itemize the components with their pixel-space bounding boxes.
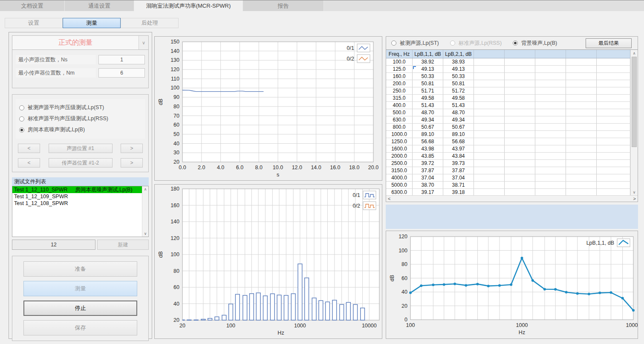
table-cell[interactable]	[566, 95, 597, 101]
table-cell[interactable]	[535, 87, 566, 94]
table-cell[interactable]	[474, 160, 505, 167]
subtab-1[interactable]: 设置	[5, 18, 63, 28]
table-cell[interactable]: 48.70	[443, 109, 474, 116]
subtab-3[interactable]: 后处理	[121, 18, 179, 28]
table-cell[interactable]	[474, 138, 505, 145]
table-cell[interactable]	[474, 66, 505, 72]
table-cell[interactable]: 37.04	[443, 174, 474, 181]
table-cell[interactable]	[566, 131, 597, 138]
table-cell[interactable]	[597, 138, 630, 145]
table-cell[interactable]: 51.72	[443, 87, 474, 94]
table-cell[interactable]	[505, 153, 535, 159]
list-scrollbar[interactable]: ∧∨	[142, 186, 148, 237]
table-cell[interactable]	[597, 87, 630, 94]
table-row[interactable]: 630.049.3449.34	[386, 116, 630, 124]
table-cell[interactable]	[474, 109, 505, 116]
table-cell[interactable]: 630.0	[386, 116, 413, 123]
table-cell[interactable]: 160.0	[386, 73, 413, 80]
table-cell[interactable]	[566, 174, 597, 181]
table-cell[interactable]: 1250.0	[386, 138, 413, 145]
table-cell[interactable]	[597, 102, 630, 109]
table-cell[interactable]: 50.81	[443, 80, 474, 87]
table-cell[interactable]	[535, 153, 566, 159]
table-cell[interactable]	[535, 189, 566, 195]
table-cell[interactable]	[505, 167, 535, 174]
microphone-position-next-button[interactable]: >	[121, 158, 143, 168]
table-row[interactable]: 160.050.3350.33	[386, 73, 630, 80]
table-cell[interactable]: 56.68	[413, 138, 443, 145]
prepare-button[interactable]: 准备	[23, 261, 137, 277]
table-cell[interactable]	[535, 116, 566, 123]
tab-2[interactable]: 通道设置	[65, 0, 134, 11]
table-cell[interactable]	[505, 80, 535, 87]
list-item[interactable]: Test 1_12_108_SPWR	[12, 200, 148, 207]
table-row[interactable]: 3150.037.8737.87	[386, 167, 630, 174]
table-cell[interactable]	[566, 87, 597, 94]
table-row[interactable]: 1000.089.1089.10	[386, 131, 630, 138]
field-value[interactable]: 6	[98, 68, 145, 78]
table-cell[interactable]: 51.71	[413, 87, 443, 94]
table-cell[interactable]: 49.13	[443, 66, 474, 72]
table-cell[interactable]	[474, 80, 505, 87]
table-cell[interactable]	[505, 87, 535, 94]
result-radio-3[interactable]: 背景噪声,Lp(B)	[513, 40, 557, 47]
table-cell[interactable]	[535, 109, 566, 116]
table-cell[interactable]: 1000.0	[386, 131, 413, 138]
table-cell[interactable]: 37.87	[413, 167, 443, 174]
table-cell[interactable]	[505, 131, 535, 138]
table-cell[interactable]	[597, 80, 630, 87]
table-cell[interactable]: 800.0	[386, 124, 413, 130]
table-cell[interactable]	[535, 145, 566, 152]
table-row[interactable]: 500.048.7048.70	[386, 109, 630, 116]
table-row[interactable]: 125.049.1349.13	[386, 66, 630, 73]
table-row[interactable]: 1600.043.9843.97	[386, 145, 630, 153]
table-cell[interactable]	[474, 145, 505, 152]
table-cell[interactable]	[535, 80, 566, 87]
measurement-mode-dropdown[interactable]: 正式的测量 ∨	[12, 35, 149, 50]
table-cell[interactable]	[535, 124, 566, 130]
list-item[interactable]: Test 1_12_110_SPWR房间本底噪声测试,Lp(B)	[12, 186, 148, 193]
table-cell[interactable]: 250.0	[386, 87, 413, 94]
table-cell[interactable]	[597, 58, 630, 65]
table-cell[interactable]: 43.84	[443, 153, 474, 159]
table-cell[interactable]	[535, 167, 566, 174]
table-cell[interactable]	[505, 102, 535, 109]
table-cell[interactable]	[566, 160, 597, 167]
table-cell[interactable]	[474, 153, 505, 159]
subtab-2[interactable]: 测量	[63, 18, 121, 28]
table-row[interactable]: 6300.039.1739.18	[386, 189, 630, 195]
table-cell[interactable]	[474, 73, 505, 80]
table-cell[interactable]: 500.0	[386, 109, 413, 116]
table-cell[interactable]: 4000.0	[386, 174, 413, 181]
table-cell[interactable]: 43.85	[413, 153, 443, 159]
table-cell[interactable]	[566, 182, 597, 188]
stop-button[interactable]: 停止	[23, 301, 137, 316]
table-cell[interactable]: 51.43	[413, 102, 443, 109]
table-cell[interactable]: 50.81	[413, 80, 443, 87]
table-cell[interactable]: 125.0	[386, 66, 413, 72]
save-button[interactable]: 保存	[23, 320, 137, 335]
table-cell[interactable]: 1600.0	[386, 145, 413, 152]
chevron-down-icon[interactable]: ∨	[139, 36, 148, 49]
table-cell[interactable]	[535, 95, 566, 101]
table-cell[interactable]: 51.43	[443, 102, 474, 109]
table-cell[interactable]: 38.70	[413, 182, 443, 188]
table-cell[interactable]: 89.10	[413, 131, 443, 138]
source-position-prev-button[interactable]: <	[18, 144, 40, 153]
table-cell[interactable]	[474, 167, 505, 174]
table-cell[interactable]: 50.33	[443, 73, 474, 80]
source-position-next-button[interactable]: >	[121, 144, 143, 153]
table-cell[interactable]	[505, 174, 535, 181]
table-cell[interactable]	[535, 182, 566, 188]
table-row[interactable]: 5000.038.7038.71	[386, 182, 630, 189]
table-cell[interactable]	[535, 131, 566, 138]
table-cell[interactable]	[566, 189, 597, 195]
table-cell[interactable]: 50.67	[443, 124, 474, 130]
table-cell[interactable]: 49.13	[413, 66, 443, 72]
table-cell[interactable]: 100.0	[386, 58, 413, 65]
table-cell[interactable]	[566, 80, 597, 87]
measure-button[interactable]: 测量	[23, 281, 137, 296]
table-cell[interactable]	[597, 116, 630, 123]
test-file-list[interactable]: Test 1_12_110_SPWR房间本底噪声测试,Lp(B)Test 1_1…	[12, 186, 149, 237]
table-cell[interactable]	[597, 124, 630, 130]
